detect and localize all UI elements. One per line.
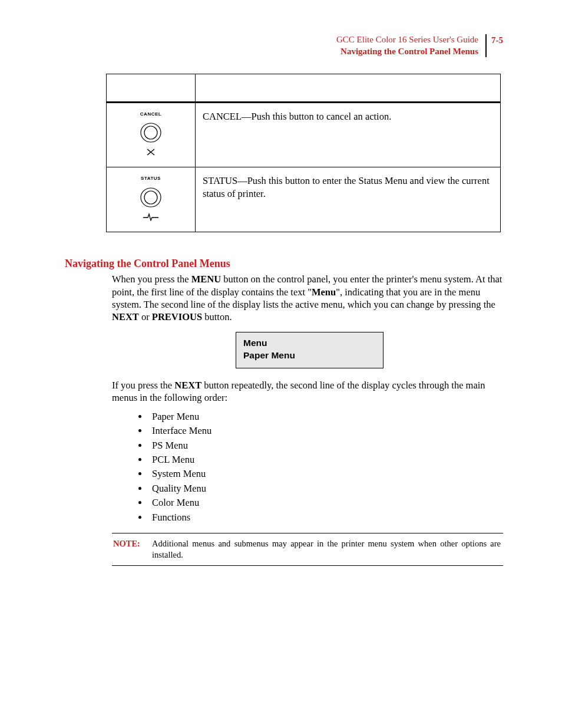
- body-paragraph: When you press the MENU button on the co…: [112, 273, 503, 324]
- list-item: PCL Menu: [148, 453, 503, 466]
- pulse-icon: [113, 213, 189, 221]
- table-row: CANCEL CANCEL—Push this but: [107, 103, 501, 167]
- button-label: CANCEL: [113, 111, 189, 117]
- button-icon: [113, 121, 189, 144]
- list-item: System Menu: [148, 467, 503, 480]
- svg-point-1: [144, 126, 157, 139]
- list-item: PS Menu: [148, 439, 503, 452]
- list-item: Quality Menu: [148, 482, 503, 495]
- table-row: STATUS STATUS—Push this button to enter …: [107, 167, 501, 232]
- section-heading: Navigating the Control Panel Menus: [65, 257, 503, 271]
- note-label: NOTE:: [112, 538, 152, 561]
- note-block: NOTE: Additional menus and submenus may …: [112, 533, 503, 566]
- menu-list: Paper Menu Interface Menu PS Menu PCL Me…: [137, 410, 503, 524]
- button-label: STATUS: [113, 176, 189, 182]
- list-item: Interface Menu: [148, 424, 503, 437]
- lcd-line2: Paper Menu: [243, 350, 376, 362]
- header-divider: [485, 34, 487, 57]
- button-description: STATUS—Push this button to enter the Sta…: [196, 167, 501, 232]
- button-table: CANCEL CANCEL—Push this but: [106, 74, 501, 232]
- page-header: GCC Elite Color 16 Series User's Guide N…: [65, 34, 503, 57]
- header-page-number: 7-5: [488, 35, 503, 47]
- list-item: Color Menu: [148, 496, 503, 509]
- lcd-line1: Menu: [243, 337, 376, 350]
- list-item: Functions: [148, 511, 503, 523]
- x-icon: [113, 148, 189, 156]
- button-description: CANCEL—Push this button to cancel an act…: [196, 103, 501, 167]
- note-text: Additional menus and submenus may appear…: [152, 538, 503, 561]
- header-section-name: Navigating the Control Panel Menus: [336, 46, 478, 58]
- list-item: Paper Menu: [148, 410, 503, 423]
- header-guide-title: GCC Elite Color 16 Series User's Guide: [336, 34, 478, 46]
- svg-point-5: [144, 191, 157, 204]
- button-icon: [113, 186, 189, 209]
- lcd-display: Menu Paper Menu: [236, 332, 384, 368]
- body-paragraph: If you press the NEXT button repeatedly,…: [112, 379, 503, 404]
